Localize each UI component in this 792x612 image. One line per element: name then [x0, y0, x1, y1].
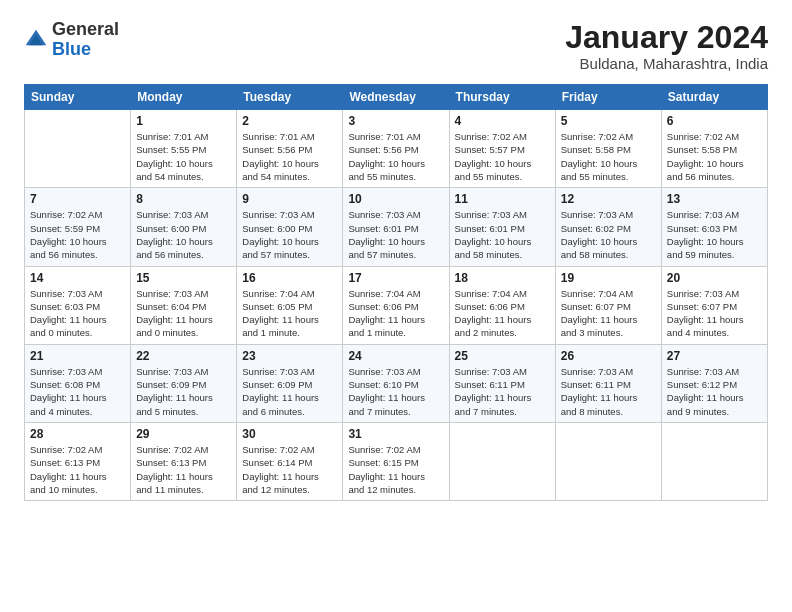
day-of-week-header: Saturday [661, 85, 767, 110]
calendar-cell [449, 422, 555, 500]
day-number: 29 [136, 427, 231, 441]
calendar-header-row: SundayMondayTuesdayWednesdayThursdayFrid… [25, 85, 768, 110]
calendar-cell: 24Sunrise: 7:03 AM Sunset: 6:10 PM Dayli… [343, 344, 449, 422]
day-number: 5 [561, 114, 656, 128]
day-info: Sunrise: 7:02 AM Sunset: 5:58 PM Dayligh… [667, 130, 762, 183]
day-number: 3 [348, 114, 443, 128]
calendar-cell: 16Sunrise: 7:04 AM Sunset: 6:05 PM Dayli… [237, 266, 343, 344]
day-info: Sunrise: 7:03 AM Sunset: 6:08 PM Dayligh… [30, 365, 125, 418]
calendar-cell [555, 422, 661, 500]
day-info: Sunrise: 7:03 AM Sunset: 6:11 PM Dayligh… [561, 365, 656, 418]
calendar-week-row: 14Sunrise: 7:03 AM Sunset: 6:03 PM Dayli… [25, 266, 768, 344]
calendar-cell: 11Sunrise: 7:03 AM Sunset: 6:01 PM Dayli… [449, 188, 555, 266]
page: General Blue January 2024 Buldana, Mahar… [0, 0, 792, 612]
day-info: Sunrise: 7:03 AM Sunset: 6:09 PM Dayligh… [136, 365, 231, 418]
logo-general: General [52, 19, 119, 39]
day-info: Sunrise: 7:03 AM Sunset: 6:01 PM Dayligh… [348, 208, 443, 261]
day-info: Sunrise: 7:02 AM Sunset: 5:58 PM Dayligh… [561, 130, 656, 183]
day-info: Sunrise: 7:02 AM Sunset: 5:57 PM Dayligh… [455, 130, 550, 183]
day-info: Sunrise: 7:03 AM Sunset: 6:04 PM Dayligh… [136, 287, 231, 340]
calendar-cell: 3Sunrise: 7:01 AM Sunset: 5:56 PM Daylig… [343, 110, 449, 188]
day-number: 19 [561, 271, 656, 285]
day-number: 15 [136, 271, 231, 285]
day-info: Sunrise: 7:03 AM Sunset: 6:11 PM Dayligh… [455, 365, 550, 418]
day-number: 6 [667, 114, 762, 128]
day-info: Sunrise: 7:01 AM Sunset: 5:56 PM Dayligh… [348, 130, 443, 183]
calendar-cell: 20Sunrise: 7:03 AM Sunset: 6:07 PM Dayli… [661, 266, 767, 344]
calendar-week-row: 21Sunrise: 7:03 AM Sunset: 6:08 PM Dayli… [25, 344, 768, 422]
day-number: 22 [136, 349, 231, 363]
day-info: Sunrise: 7:04 AM Sunset: 6:05 PM Dayligh… [242, 287, 337, 340]
calendar-cell: 28Sunrise: 7:02 AM Sunset: 6:13 PM Dayli… [25, 422, 131, 500]
day-info: Sunrise: 7:03 AM Sunset: 6:10 PM Dayligh… [348, 365, 443, 418]
day-info: Sunrise: 7:02 AM Sunset: 6:14 PM Dayligh… [242, 443, 337, 496]
day-number: 9 [242, 192, 337, 206]
day-number: 11 [455, 192, 550, 206]
calendar-cell: 30Sunrise: 7:02 AM Sunset: 6:14 PM Dayli… [237, 422, 343, 500]
calendar-cell [25, 110, 131, 188]
logo-icon [24, 28, 48, 52]
day-of-week-header: Wednesday [343, 85, 449, 110]
title-block: January 2024 Buldana, Maharashtra, India [565, 20, 768, 72]
logo: General Blue [24, 20, 119, 60]
calendar-cell: 9Sunrise: 7:03 AM Sunset: 6:00 PM Daylig… [237, 188, 343, 266]
day-info: Sunrise: 7:03 AM Sunset: 6:07 PM Dayligh… [667, 287, 762, 340]
day-info: Sunrise: 7:03 AM Sunset: 6:02 PM Dayligh… [561, 208, 656, 261]
day-number: 24 [348, 349, 443, 363]
calendar-cell: 7Sunrise: 7:02 AM Sunset: 5:59 PM Daylig… [25, 188, 131, 266]
calendar-cell: 12Sunrise: 7:03 AM Sunset: 6:02 PM Dayli… [555, 188, 661, 266]
month-title: January 2024 [565, 20, 768, 55]
day-number: 16 [242, 271, 337, 285]
day-info: Sunrise: 7:03 AM Sunset: 6:00 PM Dayligh… [136, 208, 231, 261]
day-number: 26 [561, 349, 656, 363]
calendar: SundayMondayTuesdayWednesdayThursdayFrid… [24, 84, 768, 501]
calendar-cell: 31Sunrise: 7:02 AM Sunset: 6:15 PM Dayli… [343, 422, 449, 500]
logo-text: General Blue [52, 20, 119, 60]
day-number: 2 [242, 114, 337, 128]
day-info: Sunrise: 7:04 AM Sunset: 6:06 PM Dayligh… [455, 287, 550, 340]
day-number: 17 [348, 271, 443, 285]
day-of-week-header: Sunday [25, 85, 131, 110]
day-info: Sunrise: 7:02 AM Sunset: 5:59 PM Dayligh… [30, 208, 125, 261]
day-info: Sunrise: 7:03 AM Sunset: 6:03 PM Dayligh… [667, 208, 762, 261]
calendar-cell: 29Sunrise: 7:02 AM Sunset: 6:13 PM Dayli… [131, 422, 237, 500]
calendar-cell: 13Sunrise: 7:03 AM Sunset: 6:03 PM Dayli… [661, 188, 767, 266]
calendar-cell: 5Sunrise: 7:02 AM Sunset: 5:58 PM Daylig… [555, 110, 661, 188]
day-number: 27 [667, 349, 762, 363]
day-info: Sunrise: 7:03 AM Sunset: 6:00 PM Dayligh… [242, 208, 337, 261]
day-number: 8 [136, 192, 231, 206]
day-number: 1 [136, 114, 231, 128]
day-number: 13 [667, 192, 762, 206]
day-of-week-header: Thursday [449, 85, 555, 110]
day-of-week-header: Tuesday [237, 85, 343, 110]
day-number: 18 [455, 271, 550, 285]
day-info: Sunrise: 7:03 AM Sunset: 6:01 PM Dayligh… [455, 208, 550, 261]
calendar-week-row: 1Sunrise: 7:01 AM Sunset: 5:55 PM Daylig… [25, 110, 768, 188]
calendar-cell [661, 422, 767, 500]
calendar-cell: 21Sunrise: 7:03 AM Sunset: 6:08 PM Dayli… [25, 344, 131, 422]
day-info: Sunrise: 7:02 AM Sunset: 6:13 PM Dayligh… [136, 443, 231, 496]
calendar-cell: 14Sunrise: 7:03 AM Sunset: 6:03 PM Dayli… [25, 266, 131, 344]
calendar-cell: 26Sunrise: 7:03 AM Sunset: 6:11 PM Dayli… [555, 344, 661, 422]
calendar-week-row: 7Sunrise: 7:02 AM Sunset: 5:59 PM Daylig… [25, 188, 768, 266]
calendar-cell: 10Sunrise: 7:03 AM Sunset: 6:01 PM Dayli… [343, 188, 449, 266]
day-number: 28 [30, 427, 125, 441]
day-info: Sunrise: 7:03 AM Sunset: 6:09 PM Dayligh… [242, 365, 337, 418]
day-info: Sunrise: 7:04 AM Sunset: 6:07 PM Dayligh… [561, 287, 656, 340]
day-number: 21 [30, 349, 125, 363]
calendar-cell: 8Sunrise: 7:03 AM Sunset: 6:00 PM Daylig… [131, 188, 237, 266]
day-of-week-header: Friday [555, 85, 661, 110]
day-info: Sunrise: 7:04 AM Sunset: 6:06 PM Dayligh… [348, 287, 443, 340]
calendar-cell: 18Sunrise: 7:04 AM Sunset: 6:06 PM Dayli… [449, 266, 555, 344]
location: Buldana, Maharashtra, India [565, 55, 768, 72]
day-info: Sunrise: 7:03 AM Sunset: 6:12 PM Dayligh… [667, 365, 762, 418]
day-number: 30 [242, 427, 337, 441]
day-number: 23 [242, 349, 337, 363]
day-info: Sunrise: 7:02 AM Sunset: 6:13 PM Dayligh… [30, 443, 125, 496]
day-number: 14 [30, 271, 125, 285]
day-number: 25 [455, 349, 550, 363]
calendar-week-row: 28Sunrise: 7:02 AM Sunset: 6:13 PM Dayli… [25, 422, 768, 500]
day-number: 31 [348, 427, 443, 441]
day-number: 12 [561, 192, 656, 206]
day-number: 7 [30, 192, 125, 206]
